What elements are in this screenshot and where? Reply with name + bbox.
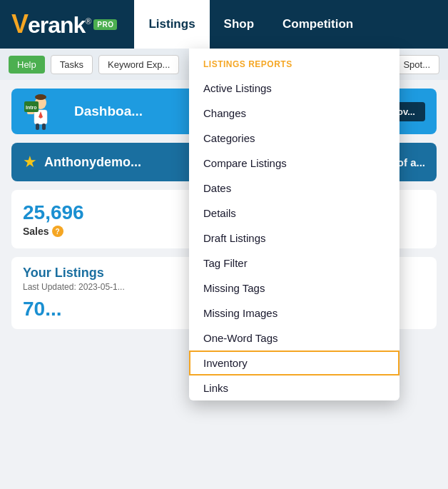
dropdown-item-changes[interactable]: Changes — [189, 101, 399, 126]
svg-point-3 — [35, 94, 46, 100]
listings-dropdown: LISTINGS REPORTS Active Listings Changes… — [189, 49, 399, 400]
logo[interactable]: Verank® PRO — [11, 9, 117, 39]
dropdown-item-details[interactable]: Details — [189, 201, 399, 226]
dropdown-item-missing-tags[interactable]: Missing Tags — [189, 276, 399, 301]
dropdown-item-one-word-tags[interactable]: One-Word Tags — [189, 326, 399, 351]
main-header: Verank® PRO Listings Shop Competition — [0, 0, 448, 49]
dropdown-item-active-listings[interactable]: Active Listings — [189, 76, 399, 101]
dropdown-item-dates[interactable]: Dates — [189, 176, 399, 201]
main-nav: Listings Shop Competition — [134, 0, 367, 49]
avatar-icon: Intro — [23, 90, 58, 131]
svg-rect-7 — [36, 123, 39, 130]
logo-text: Verank® — [11, 9, 91, 39]
dropdown-item-links[interactable]: Links — [189, 375, 399, 400]
sales-label-text: Sales — [23, 226, 49, 237]
nav-shop[interactable]: Shop — [210, 0, 269, 49]
avatar-area: Intro — [23, 90, 66, 133]
dropdown-item-inventory[interactable]: Inventory — [189, 351, 399, 375]
help-button[interactable]: Help — [9, 56, 45, 74]
tasks-button[interactable]: Tasks — [51, 55, 93, 74]
dropdown-section-label: LISTINGS REPORTS — [203, 59, 292, 69]
sales-label: Sales ? — [23, 226, 208, 237]
nav-competition[interactable]: Competition — [268, 0, 367, 49]
spot-button[interactable]: Spot... — [394, 55, 439, 74]
pro-badge: PRO — [93, 19, 117, 30]
dropdown-item-missing-images[interactable]: Missing Images — [189, 301, 399, 326]
dropdown-item-compare-listings[interactable]: Compare Listings — [189, 151, 399, 176]
sales-info-icon[interactable]: ? — [52, 226, 63, 237]
dropdown-item-categories[interactable]: Categories — [189, 126, 399, 151]
svg-rect-8 — [42, 123, 46, 130]
keyword-button[interactable]: Keyword Exp... — [98, 55, 179, 74]
svg-text:Intro: Intro — [26, 105, 37, 110]
dashboard-title: Dashboa... — [74, 104, 143, 119]
star-icon: ★ — [23, 153, 37, 171]
nav-listings[interactable]: Listings — [134, 0, 209, 49]
sales-number: 25,696 — [23, 201, 208, 224]
dropdown-header: LISTINGS REPORTS — [189, 49, 399, 76]
dropdown-item-tag-filter[interactable]: Tag Filter — [189, 251, 399, 276]
dropdown-item-draft-listings[interactable]: Draft Listings — [189, 226, 399, 251]
